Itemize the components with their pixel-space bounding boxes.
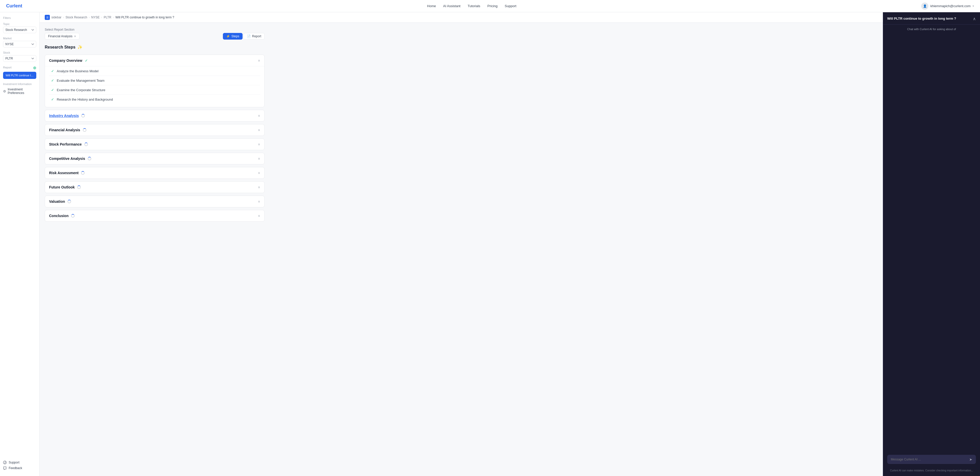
- step-header-competitive-analysis[interactable]: Competitive Analysis ∨: [45, 153, 264, 164]
- nav-home[interactable]: Home: [427, 4, 436, 8]
- gear-icon: ⚙: [3, 89, 6, 93]
- active-report-btn[interactable]: Will PLTR continue to growt...: [3, 72, 36, 79]
- step-section-risk-assessment: Risk Assessment ∨: [45, 167, 264, 179]
- step-header-financial-analysis[interactable]: Financial Analysis ∨: [45, 124, 264, 136]
- investment-preferences-item[interactable]: ⚙ Investment Preferences: [3, 87, 36, 95]
- breadcrumb: ☰ sidebar › Stock Research › NYSE › PLTR…: [40, 12, 980, 23]
- spinner-icon: [71, 214, 75, 217]
- step-section-company-overview: Company Overview ✓ ∧ ✓ Analyze the Busin…: [45, 55, 264, 107]
- sidebar: Filters Topic Stock Research Market NYSE…: [0, 12, 40, 476]
- step-section-conclusion: Conclusion ∨: [45, 210, 264, 222]
- chevron-icon: ∨: [258, 128, 260, 132]
- step-header-valuation[interactable]: Valuation ∨: [45, 196, 264, 207]
- chevron-icon: ∨: [258, 157, 260, 160]
- send-icon[interactable]: ➤: [969, 457, 972, 462]
- add-report-icon[interactable]: ⊕: [33, 65, 36, 70]
- market-select[interactable]: NYSE: [3, 41, 36, 48]
- step-title: Industry Analysis: [49, 114, 79, 118]
- chevron-icon: ∨: [258, 114, 260, 117]
- market-label: Market: [3, 37, 36, 40]
- report-label: Report: [3, 66, 11, 69]
- breadcrumb-stock[interactable]: PLTR: [104, 16, 111, 19]
- feedback-label: Feedback: [9, 466, 22, 470]
- chevron-icon: ∨: [258, 186, 260, 189]
- step-header-industry-analysis[interactable]: Industry Analysis ∨: [45, 110, 264, 121]
- chevron-icon: ∨: [258, 171, 260, 175]
- chevron-icon: ∨: [258, 214, 260, 217]
- chat-panel: Will PLTR continue to growth in long ter…: [883, 12, 980, 476]
- support-icon: [3, 461, 6, 464]
- nav-links: Home AI Assistant Tutorials Pricing Supp…: [427, 4, 516, 8]
- step-sub-items-company-overview: ✓ Analyze the Business Model ✓ Evaluate …: [45, 66, 264, 107]
- nav-pricing[interactable]: Pricing: [487, 4, 498, 8]
- step-section-financial-analysis: Financial Analysis ∨: [45, 124, 264, 136]
- step-title: Future Outlook: [49, 185, 75, 189]
- filters-label: Filters: [3, 16, 36, 19]
- main-content: ☰ sidebar › Stock Research › NYSE › PLTR…: [40, 12, 980, 476]
- research-steps-title: Research Steps: [45, 45, 75, 49]
- spinner-icon: [67, 200, 71, 203]
- report-view-btn[interactable]: 📄 Report: [243, 33, 264, 40]
- steps-container: Company Overview ✓ ∧ ✓ Analyze the Busin…: [45, 55, 264, 222]
- chat-input-area: ➤: [883, 34, 980, 467]
- sub-check-icon: ✓: [51, 88, 54, 92]
- feedback-link[interactable]: Feedback: [3, 466, 36, 470]
- step-title: Risk Assessment: [49, 171, 78, 175]
- nav-ai-assistant[interactable]: AI Assistant: [443, 4, 461, 8]
- chat-input[interactable]: [891, 458, 967, 461]
- section-selector-label: Select Report Section: [45, 28, 264, 32]
- sub-check-icon: ✓: [51, 69, 54, 73]
- nav-tutorials[interactable]: Tutorials: [468, 4, 480, 8]
- spinner-icon: [81, 171, 84, 175]
- breadcrumb-topic[interactable]: Stock Research: [65, 16, 87, 19]
- spinner-icon: [83, 128, 86, 132]
- step-sub-item: ✓ Evaluate the Management Team: [49, 76, 260, 85]
- user-menu[interactable]: 👤 khiemmapich@curlent.com ▾: [921, 3, 974, 10]
- investment-pref-label: Investment Preferences: [8, 87, 36, 95]
- remove-section-icon[interactable]: ✕: [74, 35, 76, 38]
- step-section-industry-analysis: Industry Analysis ∨: [45, 110, 264, 122]
- chat-title: Will PLTR continue to growth in long ter…: [887, 16, 970, 21]
- sub-item-label: Examine the Corporate Structure: [57, 88, 105, 92]
- breadcrumb-market[interactable]: NYSE: [91, 16, 100, 19]
- section-selector-row: Financial Analysis ✕ ⚡ Steps 📄 Report: [45, 33, 264, 40]
- step-title: Conclusion: [49, 214, 68, 218]
- selected-section: Financial Analysis: [48, 35, 72, 38]
- steps-icon: ⚡: [226, 35, 230, 38]
- sub-check-icon: ✓: [51, 78, 54, 83]
- breadcrumb-query: Will PLTR continue to growth in long ter…: [116, 16, 174, 19]
- chevron-icon: ∧: [258, 59, 260, 62]
- step-header-company-overview[interactable]: Company Overview ✓ ∧: [45, 55, 264, 66]
- support-link[interactable]: Support: [3, 461, 36, 464]
- report-icon: 📄: [247, 35, 251, 38]
- sub-item-label: Analyze the Business Model: [57, 69, 99, 73]
- close-icon[interactable]: ∧: [973, 16, 976, 21]
- step-header-risk-assessment[interactable]: Risk Assessment ∨: [45, 167, 264, 179]
- research-steps-header: Research Steps ✨: [45, 45, 264, 49]
- view-toggle: ⚡ Steps 📄 Report: [223, 33, 264, 40]
- chevron-down-icon: ▾: [973, 5, 974, 7]
- topic-label: Topic: [3, 22, 36, 25]
- spinner-icon: [84, 143, 88, 146]
- step-sub-item: ✓ Analyze the Business Model: [49, 67, 260, 76]
- step-header-conclusion[interactable]: Conclusion ∨: [45, 210, 264, 221]
- stock-select[interactable]: PLTR: [3, 55, 36, 62]
- steps-sparkle-icon: ✨: [78, 45, 83, 49]
- steps-view-btn[interactable]: ⚡ Steps: [223, 33, 243, 40]
- step-header-future-outlook[interactable]: Future Outlook ∨: [45, 182, 264, 193]
- sub-check-icon: ✓: [51, 97, 54, 102]
- feedback-icon: [3, 466, 6, 470]
- step-title: Valuation: [49, 200, 65, 203]
- stock-label: Stock: [3, 51, 36, 54]
- breadcrumb-sidebar[interactable]: sidebar: [51, 16, 61, 19]
- nav-support[interactable]: Support: [505, 4, 517, 8]
- topic-select[interactable]: Stock Research: [3, 27, 36, 33]
- step-header-stock-performance[interactable]: Stock Performance ∨: [45, 139, 264, 150]
- app-logo[interactable]: Curlent: [6, 3, 22, 9]
- section-chip[interactable]: Financial Analysis ✕: [45, 33, 80, 40]
- step-section-valuation: Valuation ∨: [45, 196, 264, 207]
- sidebar-icon: ☰: [45, 15, 50, 20]
- top-nav: Curlent Home AI Assistant Tutorials Pric…: [0, 0, 980, 12]
- avatar: 👤: [921, 3, 928, 10]
- step-sub-item: ✓ Research the History and Background: [49, 95, 260, 104]
